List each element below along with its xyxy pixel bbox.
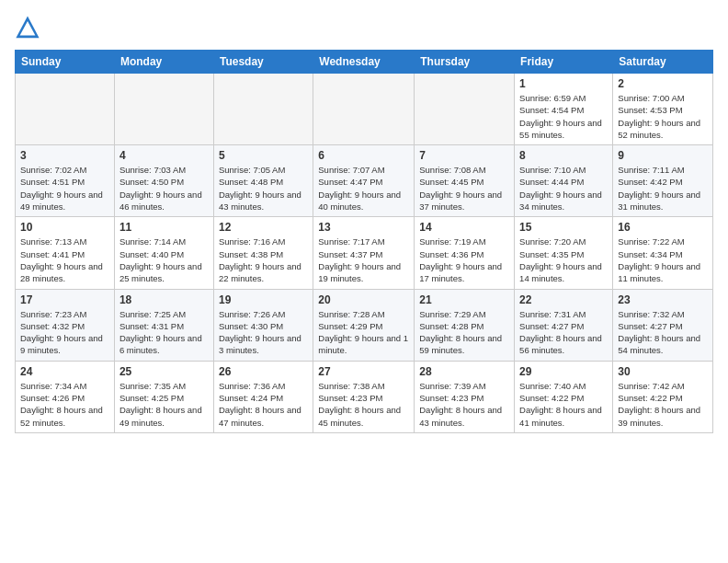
day-number: 4 — [119, 149, 209, 162]
day-number: 14 — [419, 221, 509, 234]
weekday-header: Sunday — [16, 51, 115, 74]
day-number: 18 — [119, 293, 209, 306]
calendar-week-row: 24Sunrise: 7:34 AM Sunset: 4:26 PM Dayli… — [16, 361, 713, 432]
day-info: Sunrise: 7:40 AM Sunset: 4:22 PM Dayligh… — [519, 380, 608, 429]
day-info: Sunrise: 7:39 AM Sunset: 4:23 PM Dayligh… — [419, 380, 509, 429]
calendar-cell: 23Sunrise: 7:32 AM Sunset: 4:27 PM Dayli… — [613, 289, 713, 361]
calendar-cell: 28Sunrise: 7:39 AM Sunset: 4:23 PM Dayli… — [415, 361, 515, 432]
day-info: Sunrise: 6:59 AM Sunset: 4:54 PM Dayligh… — [519, 92, 608, 141]
calendar-cell: 9Sunrise: 7:11 AM Sunset: 4:42 PM Daylig… — [613, 145, 713, 217]
header — [15, 15, 713, 40]
day-info: Sunrise: 7:16 AM Sunset: 4:38 PM Dayligh… — [219, 236, 308, 284]
calendar-cell: 11Sunrise: 7:14 AM Sunset: 4:40 PM Dayli… — [114, 217, 213, 289]
calendar-cell: 13Sunrise: 7:17 AM Sunset: 4:37 PM Dayli… — [313, 217, 415, 289]
calendar-cell: 18Sunrise: 7:25 AM Sunset: 4:31 PM Dayli… — [114, 289, 213, 361]
day-number: 30 — [618, 365, 708, 378]
day-number: 26 — [219, 365, 308, 378]
calendar-week-row: 17Sunrise: 7:23 AM Sunset: 4:32 PM Dayli… — [16, 289, 713, 361]
day-number: 19 — [219, 293, 308, 306]
weekday-header: Wednesday — [313, 51, 415, 74]
day-info: Sunrise: 7:29 AM Sunset: 4:28 PM Dayligh… — [419, 308, 509, 357]
weekday-header: Tuesday — [213, 51, 313, 74]
day-number: 7 — [419, 149, 509, 162]
day-info: Sunrise: 7:17 AM Sunset: 4:37 PM Dayligh… — [318, 236, 409, 284]
day-number: 8 — [519, 149, 608, 162]
calendar-cell — [313, 74, 415, 145]
day-info: Sunrise: 7:08 AM Sunset: 4:45 PM Dayligh… — [419, 164, 509, 213]
calendar-cell: 21Sunrise: 7:29 AM Sunset: 4:28 PM Dayli… — [415, 289, 515, 361]
weekday-header: Friday — [515, 51, 613, 74]
day-number: 13 — [318, 221, 409, 234]
day-number: 1 — [519, 77, 608, 90]
logo — [15, 15, 42, 40]
calendar-cell: 4Sunrise: 7:03 AM Sunset: 4:50 PM Daylig… — [114, 145, 213, 217]
calendar-cell: 14Sunrise: 7:19 AM Sunset: 4:36 PM Dayli… — [415, 217, 515, 289]
calendar-cell — [16, 74, 115, 145]
day-info: Sunrise: 7:14 AM Sunset: 4:40 PM Dayligh… — [119, 236, 209, 284]
day-info: Sunrise: 7:26 AM Sunset: 4:30 PM Dayligh… — [219, 308, 308, 357]
calendar-cell: 22Sunrise: 7:31 AM Sunset: 4:27 PM Dayli… — [515, 289, 613, 361]
day-number: 24 — [20, 365, 109, 378]
day-info: Sunrise: 7:31 AM Sunset: 4:27 PM Dayligh… — [519, 308, 608, 357]
calendar-table: SundayMondayTuesdayWednesdayThursdayFrid… — [15, 50, 713, 433]
day-info: Sunrise: 7:36 AM Sunset: 4:24 PM Dayligh… — [219, 380, 308, 429]
calendar-cell: 15Sunrise: 7:20 AM Sunset: 4:35 PM Dayli… — [515, 217, 613, 289]
day-info: Sunrise: 7:19 AM Sunset: 4:36 PM Dayligh… — [419, 236, 509, 284]
weekday-header: Thursday — [415, 51, 515, 74]
day-number: 3 — [20, 149, 109, 162]
day-info: Sunrise: 7:07 AM Sunset: 4:47 PM Dayligh… — [318, 164, 409, 213]
day-number: 28 — [419, 365, 509, 378]
calendar-cell: 30Sunrise: 7:42 AM Sunset: 4:22 PM Dayli… — [613, 361, 713, 432]
day-number: 2 — [618, 77, 708, 90]
day-number: 20 — [318, 293, 409, 306]
day-info: Sunrise: 7:02 AM Sunset: 4:51 PM Dayligh… — [20, 164, 109, 213]
calendar-cell: 8Sunrise: 7:10 AM Sunset: 4:44 PM Daylig… — [515, 145, 613, 217]
day-number: 11 — [119, 221, 209, 234]
calendar-cell: 19Sunrise: 7:26 AM Sunset: 4:30 PM Dayli… — [213, 289, 313, 361]
calendar-cell: 27Sunrise: 7:38 AM Sunset: 4:23 PM Dayli… — [313, 361, 415, 432]
header-row: SundayMondayTuesdayWednesdayThursdayFrid… — [16, 51, 713, 74]
page-container: SundayMondayTuesdayWednesdayThursdayFrid… — [0, 0, 728, 441]
day-info: Sunrise: 7:34 AM Sunset: 4:26 PM Dayligh… — [20, 380, 109, 429]
calendar-cell: 6Sunrise: 7:07 AM Sunset: 4:47 PM Daylig… — [313, 145, 415, 217]
calendar-week-row: 10Sunrise: 7:13 AM Sunset: 4:41 PM Dayli… — [16, 217, 713, 289]
calendar-week-row: 3Sunrise: 7:02 AM Sunset: 4:51 PM Daylig… — [16, 145, 713, 217]
day-info: Sunrise: 7:23 AM Sunset: 4:32 PM Dayligh… — [20, 308, 109, 357]
logo-icon — [15, 15, 40, 40]
day-info: Sunrise: 7:20 AM Sunset: 4:35 PM Dayligh… — [519, 236, 608, 284]
day-number: 17 — [20, 293, 109, 306]
day-number: 9 — [618, 149, 708, 162]
day-number: 5 — [219, 149, 308, 162]
day-info: Sunrise: 7:10 AM Sunset: 4:44 PM Dayligh… — [519, 164, 608, 213]
calendar-cell: 25Sunrise: 7:35 AM Sunset: 4:25 PM Dayli… — [114, 361, 213, 432]
calendar-cell: 24Sunrise: 7:34 AM Sunset: 4:26 PM Dayli… — [16, 361, 115, 432]
day-info: Sunrise: 7:05 AM Sunset: 4:48 PM Dayligh… — [219, 164, 308, 213]
day-info: Sunrise: 7:03 AM Sunset: 4:50 PM Dayligh… — [119, 164, 209, 213]
calendar-cell: 5Sunrise: 7:05 AM Sunset: 4:48 PM Daylig… — [213, 145, 313, 217]
day-number: 6 — [318, 149, 409, 162]
day-number: 27 — [318, 365, 409, 378]
day-info: Sunrise: 7:32 AM Sunset: 4:27 PM Dayligh… — [618, 308, 708, 357]
calendar-cell: 26Sunrise: 7:36 AM Sunset: 4:24 PM Dayli… — [213, 361, 313, 432]
day-info: Sunrise: 7:22 AM Sunset: 4:34 PM Dayligh… — [618, 236, 708, 284]
day-number: 29 — [519, 365, 608, 378]
day-info: Sunrise: 7:35 AM Sunset: 4:25 PM Dayligh… — [119, 380, 209, 429]
day-info: Sunrise: 7:00 AM Sunset: 4:53 PM Dayligh… — [618, 92, 708, 141]
calendar-cell: 3Sunrise: 7:02 AM Sunset: 4:51 PM Daylig… — [16, 145, 115, 217]
calendar-cell: 20Sunrise: 7:28 AM Sunset: 4:29 PM Dayli… — [313, 289, 415, 361]
weekday-header: Monday — [114, 51, 213, 74]
day-info: Sunrise: 7:38 AM Sunset: 4:23 PM Dayligh… — [318, 380, 409, 429]
calendar-cell: 29Sunrise: 7:40 AM Sunset: 4:22 PM Dayli… — [515, 361, 613, 432]
calendar-cell: 12Sunrise: 7:16 AM Sunset: 4:38 PM Dayli… — [213, 217, 313, 289]
day-info: Sunrise: 7:25 AM Sunset: 4:31 PM Dayligh… — [119, 308, 209, 357]
day-number: 15 — [519, 221, 608, 234]
day-info: Sunrise: 7:13 AM Sunset: 4:41 PM Dayligh… — [20, 236, 109, 284]
day-number: 21 — [419, 293, 509, 306]
day-info: Sunrise: 7:28 AM Sunset: 4:29 PM Dayligh… — [318, 308, 409, 357]
calendar-cell: 7Sunrise: 7:08 AM Sunset: 4:45 PM Daylig… — [415, 145, 515, 217]
calendar-cell — [213, 74, 313, 145]
day-number: 16 — [618, 221, 708, 234]
calendar-cell: 16Sunrise: 7:22 AM Sunset: 4:34 PM Dayli… — [613, 217, 713, 289]
day-number: 25 — [119, 365, 209, 378]
calendar-cell: 10Sunrise: 7:13 AM Sunset: 4:41 PM Dayli… — [16, 217, 115, 289]
